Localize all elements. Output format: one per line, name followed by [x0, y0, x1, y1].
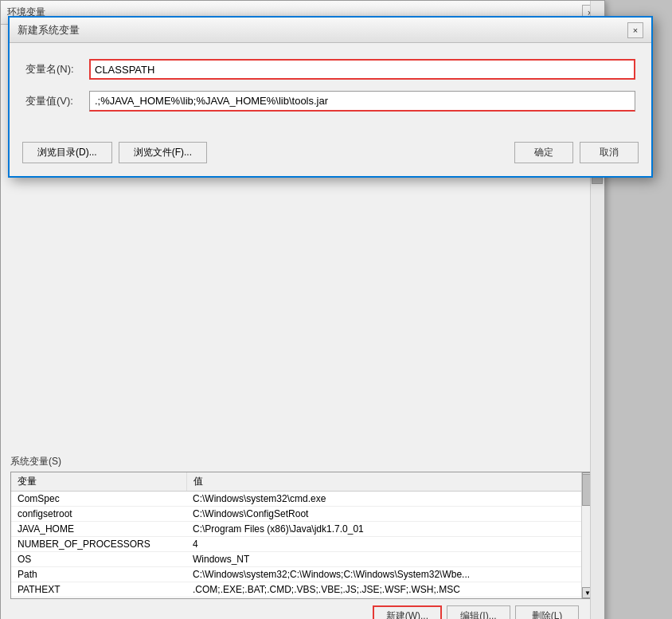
button-spacer	[213, 142, 508, 163]
table-row[interactable]: configsetrootC:\Windows\ConfigSetRoot	[11, 507, 594, 522]
var-name-row: 变量名(N):	[25, 59, 635, 80]
new-sys-var-titlebar: 新建系统变量 ×	[10, 18, 651, 43]
sys-vars-section: 系统变量(S) 变量 值 ComSpecC:\Windows\system32\…	[1, 455, 604, 619]
val-cell: C:\Windows\ConfigSetRoot	[186, 507, 594, 522]
table-header-row: 变量 值	[11, 472, 594, 492]
val-cell: Windows_NT	[186, 552, 594, 567]
var-cell: PATHEXT	[11, 582, 186, 597]
val-cell: C:\Windows\system32;C:\Windows;C:\Window…	[186, 567, 594, 582]
val-cell: AMD64	[186, 597, 594, 600]
sys-vars-btn-row: 新建(W)... 编辑(I)... 删除(L)	[10, 605, 595, 619]
new-sys-var-content: 变量名(N): 变量值(V):	[10, 43, 651, 135]
new-sys-var-close-button[interactable]: ×	[627, 22, 643, 38]
sys-vars-table: 变量 值 ComSpecC:\Windows\system32\cmd.exec…	[11, 472, 594, 599]
col-header-val: 值	[186, 472, 594, 492]
val-cell: .COM;.EXE;.BAT;.CMD;.VBS;.VBE;.JS;.JSE;.…	[186, 582, 594, 597]
var-value-label: 变量值(V):	[25, 94, 89, 108]
new-var-ok-button[interactable]: 确定	[514, 142, 573, 163]
var-cell: configsetroot	[11, 507, 186, 522]
new-sys-var-dialog: 新建系统变量 × 变量名(N): 变量值(V): 浏览目录(D)... 浏览文件…	[8, 16, 653, 178]
table-row[interactable]: JAVA_HOMEC:\Program Files (x86)\Java\jdk…	[11, 522, 594, 537]
table-row[interactable]: PROCESSOR_ARCHITECTUREAMD64	[11, 597, 594, 600]
var-cell: Path	[11, 567, 186, 582]
var-name-input[interactable]	[89, 59, 635, 80]
new-sys-var-title: 新建系统变量	[18, 23, 80, 37]
table-row[interactable]: NUMBER_OF_PROCESSORS4	[11, 537, 594, 552]
sys-delete-button[interactable]: 删除(L)	[515, 605, 579, 619]
val-cell: 4	[186, 537, 594, 552]
new-sys-var-buttons: 浏览目录(D)... 浏览文件(F)... 确定 取消	[10, 135, 651, 176]
sys-edit-button[interactable]: 编辑(I)...	[447, 605, 510, 619]
var-value-input[interactable]	[89, 91, 635, 112]
sys-vars-table-container: 变量 值 ComSpecC:\Windows\system32\cmd.exec…	[10, 472, 595, 599]
sys-new-button[interactable]: 新建(W)...	[373, 605, 442, 619]
table-row[interactable]: PathC:\Windows\system32;C:\Windows;C:\Wi…	[11, 567, 594, 582]
var-cell: JAVA_HOME	[11, 522, 186, 537]
var-name-label: 变量名(N):	[25, 62, 89, 76]
var-cell: OS	[11, 552, 186, 567]
table-row[interactable]: ComSpecC:\Windows\system32\cmd.exe	[11, 492, 594, 507]
browse-file-button[interactable]: 浏览文件(F)...	[119, 142, 207, 163]
var-cell: PROCESSOR_ARCHITECTURE	[11, 597, 186, 600]
val-cell: C:\Windows\system32\cmd.exe	[186, 492, 594, 507]
sys-vars-label: 系统变量(S)	[10, 455, 595, 468]
var-cell: NUMBER_OF_PROCESSORS	[11, 537, 186, 552]
new-var-cancel-button[interactable]: 取消	[580, 142, 639, 163]
browse-dir-button[interactable]: 浏览目录(D)...	[22, 142, 112, 163]
var-cell: ComSpec	[11, 492, 186, 507]
val-cell: C:\Program Files (x86)\Java\jdk1.7.0_01	[186, 522, 594, 537]
var-value-input-wrapper	[89, 91, 635, 112]
col-header-var: 变量	[11, 472, 186, 492]
var-value-row: 变量值(V):	[25, 91, 635, 112]
table-row[interactable]: PATHEXT.COM;.EXE;.BAT;.CMD;.VBS;.VBE;.JS…	[11, 582, 594, 597]
table-row[interactable]: OSWindows_NT	[11, 552, 594, 567]
